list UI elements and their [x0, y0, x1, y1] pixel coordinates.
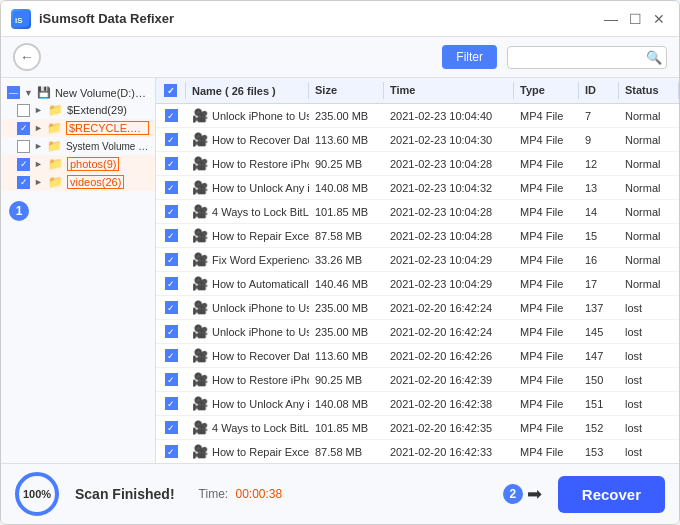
row-checkbox-13[interactable]: ✓ — [165, 421, 178, 434]
filter-button[interactable]: Filter — [442, 45, 497, 69]
row-id-12: 151 — [579, 396, 619, 412]
row-size-13: 101.85 MB — [309, 420, 384, 436]
row-check-11[interactable]: ✓ — [156, 373, 186, 386]
scan-time-label: Time: 00:00:38 — [199, 487, 283, 501]
table-row: ✓ 🎥 Unlock iPhone to Use Accessories.mp4… — [156, 296, 679, 320]
row-type-6: MP4 File — [514, 252, 579, 268]
folder-icon-recycle: 📁 — [47, 121, 62, 135]
row-status-11: lost — [619, 372, 679, 388]
row-size-0: 235.00 MB — [309, 108, 384, 124]
sidebar-item-videos[interactable]: ✓ ► 📁 videos(26) — [1, 173, 155, 191]
sidebar-item-photos[interactable]: ✓ ► 📁 photos(9) — [1, 155, 155, 173]
arrow-icon: ➡ — [527, 483, 542, 505]
row-time-6: 2021-02-23 10:04:29 — [384, 252, 514, 268]
row-name-14: 🎥 How to Repair Excel File Corrupted by … — [186, 442, 309, 461]
header-check: ✓ — [156, 82, 186, 99]
sidebar-checkbox-videos[interactable]: ✓ — [17, 176, 30, 189]
row-check-3[interactable]: ✓ — [156, 181, 186, 194]
row-checkbox-9[interactable]: ✓ — [165, 325, 178, 338]
row-name-8: 🎥 Unlock iPhone to Use Accessories.mp4 — [186, 298, 309, 317]
row-id-13: 152 — [579, 420, 619, 436]
sidebar-label-photos: photos(9) — [67, 157, 119, 171]
row-check-6[interactable]: ✓ — [156, 253, 186, 266]
row-checkbox-11[interactable]: ✓ — [165, 373, 178, 386]
row-status-8: lost — [619, 300, 679, 316]
row-check-14[interactable]: ✓ — [156, 445, 186, 458]
table-row: ✓ 🎥 How to Unlock Any iPhone without Pas… — [156, 392, 679, 416]
table-row: ✓ 🎥 How to Repair Excel File Corrupted b… — [156, 224, 679, 248]
row-time-13: 2021-02-20 16:42:35 — [384, 420, 514, 436]
maximize-button[interactable]: ☐ — [625, 9, 645, 29]
row-checkbox-0[interactable]: ✓ — [165, 109, 178, 122]
row-type-2: MP4 File — [514, 156, 579, 172]
row-checkbox-4[interactable]: ✓ — [165, 205, 178, 218]
row-check-8[interactable]: ✓ — [156, 301, 186, 314]
row-status-1: Normal — [619, 132, 679, 148]
sidebar-checkbox-sysvolinfo[interactable] — [17, 140, 30, 153]
row-check-7[interactable]: ✓ — [156, 277, 186, 290]
row-check-4[interactable]: ✓ — [156, 205, 186, 218]
row-check-2[interactable]: ✓ — [156, 157, 186, 170]
recover-button[interactable]: Recover — [558, 476, 665, 513]
row-checkbox-1[interactable]: ✓ — [165, 133, 178, 146]
file-icon-8: 🎥 — [192, 300, 208, 315]
row-time-8: 2021-02-20 16:42:24 — [384, 300, 514, 316]
file-icon-12: 🎥 — [192, 396, 208, 411]
sidebar-item-recycle[interactable]: ✓ ► 📁 $RECYCLE.BIN(141) — [1, 119, 155, 137]
back-button[interactable]: ← — [13, 43, 41, 71]
row-check-0[interactable]: ✓ — [156, 109, 186, 122]
file-icon-6: 🎥 — [192, 252, 208, 267]
file-icon-3: 🎥 — [192, 180, 208, 195]
sidebar-checkbox-new-volume[interactable]: ― — [7, 86, 20, 99]
file-icon-0: 🎥 — [192, 108, 208, 123]
row-checkbox-14[interactable]: ✓ — [165, 445, 178, 458]
row-check-10[interactable]: ✓ — [156, 349, 186, 362]
header-size: Size — [309, 82, 384, 99]
sidebar-item-extend[interactable]: ► 📁 $Extend(29) — [1, 101, 155, 119]
row-id-1: 9 — [579, 132, 619, 148]
row-check-9[interactable]: ✓ — [156, 325, 186, 338]
row-checkbox-12[interactable]: ✓ — [165, 397, 178, 410]
row-type-8: MP4 File — [514, 300, 579, 316]
expand-icon-photos[interactable]: ► — [34, 159, 44, 169]
row-time-7: 2021-02-23 10:04:29 — [384, 276, 514, 292]
row-checkbox-6[interactable]: ✓ — [165, 253, 178, 266]
expand-icon-sysvolinfo[interactable]: ► — [34, 141, 43, 151]
table-row: ✓ 🎥 Unlock iPhone to Use Accessories.mp4… — [156, 104, 679, 128]
row-type-7: MP4 File — [514, 276, 579, 292]
header-name: Name ( 26 files ) — [186, 82, 309, 99]
row-time-14: 2021-02-20 16:42:33 — [384, 444, 514, 460]
footer: 100% Scan Finished! Time: 00:00:38 2 ➡ R… — [1, 463, 679, 524]
sidebar-checkbox-recycle[interactable]: ✓ — [17, 122, 30, 135]
sidebar-item-new-volume[interactable]: ― ▼ 💾 New Volume(D:)(661) — [1, 84, 155, 101]
row-type-9: MP4 File — [514, 324, 579, 340]
row-checkbox-7[interactable]: ✓ — [165, 277, 178, 290]
expand-icon[interactable]: ▼ — [24, 88, 33, 98]
row-checkbox-10[interactable]: ✓ — [165, 349, 178, 362]
sidebar: ― ▼ 💾 New Volume(D:)(661) ► 📁 $Extend(29… — [1, 78, 156, 463]
row-checkbox-3[interactable]: ✓ — [165, 181, 178, 194]
sidebar-label-extend: $Extend(29) — [67, 104, 127, 116]
sidebar-label-videos: videos(26) — [67, 175, 124, 189]
row-size-8: 235.00 MB — [309, 300, 384, 316]
header-checkbox[interactable]: ✓ — [164, 84, 177, 97]
table-row: ✓ 🎥 Fix Word Experienced an Error Trying… — [156, 248, 679, 272]
row-check-13[interactable]: ✓ — [156, 421, 186, 434]
row-check-1[interactable]: ✓ — [156, 133, 186, 146]
close-button[interactable]: ✕ — [649, 9, 669, 29]
sidebar-checkbox-photos[interactable]: ✓ — [17, 158, 30, 171]
file-icon-13: 🎥 — [192, 420, 208, 435]
row-check-5[interactable]: ✓ — [156, 229, 186, 242]
expand-icon-recycle[interactable]: ► — [34, 123, 43, 133]
search-input[interactable] — [516, 50, 646, 64]
row-checkbox-8[interactable]: ✓ — [165, 301, 178, 314]
row-name-11: 🎥 How to Restore iPhone to Factory Setti… — [186, 370, 309, 389]
row-check-12[interactable]: ✓ — [156, 397, 186, 410]
sidebar-item-sysvolinfo[interactable]: ► 📁 System Volume Information(281) — [1, 137, 155, 155]
row-checkbox-5[interactable]: ✓ — [165, 229, 178, 242]
sidebar-checkbox-extend[interactable] — [17, 104, 30, 117]
minimize-button[interactable]: — — [601, 9, 621, 29]
expand-icon-extend[interactable]: ► — [34, 105, 44, 115]
row-checkbox-2[interactable]: ✓ — [165, 157, 178, 170]
expand-icon-videos[interactable]: ► — [34, 177, 44, 187]
